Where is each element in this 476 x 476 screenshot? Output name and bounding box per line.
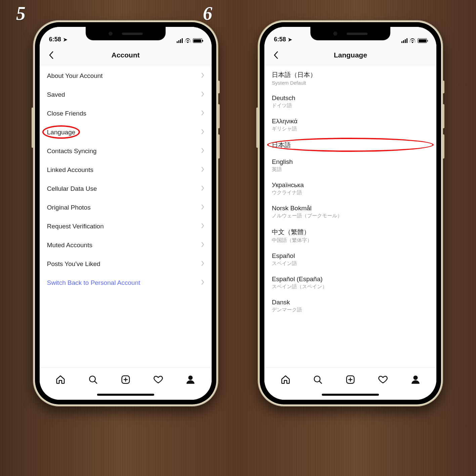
nav-bar: Language (264, 45, 436, 65)
home-indicator[interactable] (322, 394, 379, 396)
list-item[interactable]: Posts You've Liked (40, 255, 212, 273)
list-item[interactable]: About Your Account (40, 67, 212, 85)
list-item[interactable]: Request Verification (40, 217, 212, 236)
status-time: 6:58 (274, 36, 286, 43)
power-button (256, 107, 258, 148)
power-button (32, 107, 34, 148)
person-icon (410, 375, 421, 385)
tab-profile[interactable] (407, 372, 424, 388)
language-item[interactable]: English英語 (264, 154, 436, 177)
language-name: 日本語（日本） (272, 71, 429, 79)
notch (86, 27, 166, 40)
list-item[interactable]: Cellular Data Use (40, 179, 212, 198)
back-button[interactable] (269, 48, 283, 62)
ear-speaker (347, 33, 367, 35)
tab-activity[interactable] (375, 372, 391, 388)
language-subtitle: System Default (272, 80, 429, 86)
mute-switch (442, 81, 444, 93)
language-item[interactable]: Españolスペイン語 (264, 248, 436, 271)
list-item-label: Cellular Data Use (47, 185, 97, 192)
tab-bar (40, 367, 212, 390)
cellular-icon (177, 38, 183, 43)
language-name: Deutsch (272, 94, 429, 102)
panel-right: 6:58 ➤ Language 日本語（日本） (241, 20, 460, 460)
nav-bar: Account (40, 45, 212, 65)
list-item[interactable]: Contacts Syncing (40, 142, 212, 161)
list-item-label: Language (47, 129, 76, 136)
volume-down-button (218, 134, 220, 159)
list-item[interactable]: Saved (40, 85, 212, 104)
language-item[interactable]: Ελληνικάギリシャ語 (264, 114, 436, 137)
plus-square-icon (121, 375, 131, 385)
status-time: 6:58 (49, 36, 61, 43)
ear-speaker (122, 33, 143, 35)
language-subtitle: デンマーク語 (272, 307, 429, 313)
page-title: Account (112, 51, 140, 59)
switch-personal-account-link[interactable]: Switch Back to Personal Account (40, 273, 212, 292)
language-item[interactable]: Українськаウクライナ語 (264, 177, 436, 201)
chevron-right-icon (201, 129, 204, 136)
wifi-icon (185, 38, 191, 43)
page-title: Language (334, 51, 367, 59)
chevron-right-icon (201, 185, 204, 192)
notch (310, 27, 390, 40)
list-item[interactable]: Language (40, 123, 212, 142)
tab-search[interactable] (85, 372, 101, 388)
list-item[interactable]: Close Friends (40, 104, 212, 123)
volume-up-button (218, 104, 220, 128)
volume-down-button (442, 134, 444, 159)
chevron-left-icon (273, 51, 278, 59)
location-icon: ➤ (288, 37, 292, 43)
language-subtitle: スペイン語（スペイン） (272, 284, 429, 290)
phone-frame: 6:58 ➤ Language 日本語（日本） (258, 20, 443, 406)
chevron-right-icon (201, 166, 204, 174)
chevron-left-icon (49, 51, 53, 59)
home-indicator-area (264, 390, 436, 400)
content-area[interactable]: 日本語（日本）System DefaultDeutschドイツ語Ελληνικά… (264, 65, 436, 367)
language-subtitle: ノルウェー語（ブークモール） (272, 213, 429, 219)
language-item[interactable]: Deutschドイツ語 (264, 90, 436, 114)
language-item[interactable]: 中文（繁體）中国語（繁体字） (264, 224, 436, 248)
list-item[interactable]: Original Photos (40, 198, 212, 217)
chevron-right-icon (201, 260, 204, 268)
step-label-6: 6 (203, 3, 212, 24)
content-area[interactable]: About Your AccountSavedClose FriendsLang… (40, 65, 212, 367)
tab-home[interactable] (277, 372, 294, 388)
language-item[interactable]: Español (España)スペイン語（スペイン） (264, 271, 436, 295)
language-item[interactable]: 日本語 (264, 137, 436, 154)
list-item[interactable]: Linked Accounts (40, 161, 212, 179)
tab-create[interactable] (118, 372, 134, 388)
heart-icon (153, 375, 163, 385)
tab-create[interactable] (342, 372, 358, 388)
tab-profile[interactable] (182, 372, 199, 388)
chevron-right-icon (201, 223, 204, 230)
volume-up-button (442, 104, 444, 128)
tab-search[interactable] (310, 372, 326, 388)
back-button[interactable] (44, 48, 58, 62)
language-name: Dansk (272, 299, 429, 306)
language-item[interactable]: Norsk Bokmålノルウェー語（ブークモール） (264, 201, 436, 224)
tab-activity[interactable] (150, 372, 166, 388)
svg-point-11 (414, 376, 418, 380)
list-item-label: Linked Accounts (47, 166, 93, 174)
step-label-5: 5 (16, 3, 26, 24)
tab-bar (264, 367, 436, 390)
home-indicator[interactable] (97, 394, 154, 396)
list-item-label: Switch Back to Personal Account (47, 279, 140, 287)
list-item[interactable]: Muted Accounts (40, 236, 212, 255)
language-subtitle: ウクライナ語 (272, 189, 429, 196)
chevron-right-icon (201, 72, 204, 80)
chevron-right-icon (201, 242, 204, 249)
language-item[interactable]: 日本語（日本）System Default (264, 67, 436, 90)
list-item-label: About Your Account (47, 72, 103, 80)
tab-home[interactable] (52, 372, 69, 388)
svg-line-1 (94, 381, 97, 383)
language-subtitle: ギリシャ語 (272, 126, 429, 132)
language-item[interactable]: Danskデンマーク語 (264, 295, 436, 318)
language-subtitle: 中国語（繁体字） (272, 237, 429, 244)
screen: 6:58 ➤ Account About Yo (40, 27, 212, 400)
language-name: Українська (272, 181, 429, 189)
chevron-right-icon (201, 279, 204, 287)
chevron-right-icon (201, 91, 204, 98)
list-item-label: Contacts Syncing (47, 147, 97, 155)
